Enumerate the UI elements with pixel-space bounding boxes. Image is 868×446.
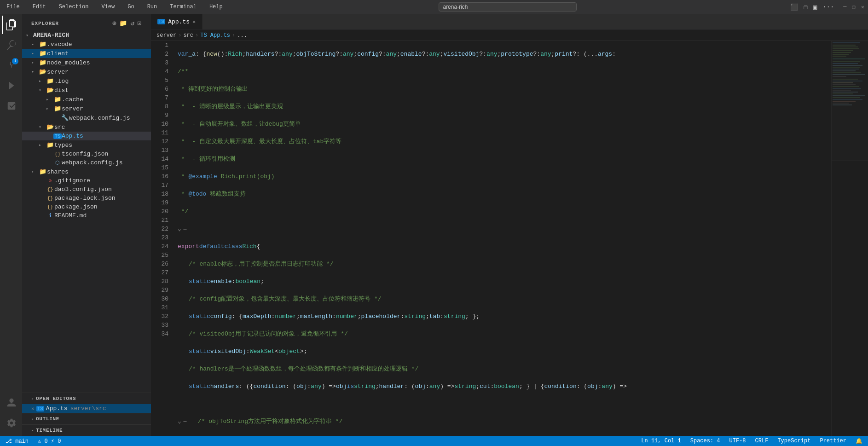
activity-run[interactable] [2, 76, 20, 95]
status-ln-col[interactable]: Ln 11, Col 1 [639, 438, 683, 445]
status-formatter[interactable]: Prettier [818, 438, 848, 445]
package-label: package.json [54, 203, 98, 210]
tab-app-ts-label: App.ts [168, 18, 190, 25]
activity-search[interactable] [2, 36, 20, 54]
menu-run[interactable]: Run [145, 3, 160, 11]
new-file-icon[interactable]: ⊕ [112, 19, 116, 27]
timeline-arrow: ▸ [31, 428, 34, 433]
tree-item-client[interactable]: ▸ 📁 client [22, 49, 151, 58]
src-label: src [54, 124, 65, 131]
menu-help[interactable]: Help [207, 3, 226, 11]
tab-bar: TS App.ts ✕ [151, 14, 868, 30]
tree-item-readme[interactable]: ▸ ℹ README.md [22, 211, 151, 220]
menu-file[interactable]: File [4, 3, 23, 11]
types-label: types [54, 142, 72, 149]
menu-view[interactable]: View [98, 3, 117, 11]
open-editor-app-ts[interactable]: ✕ TS App.ts server\src [22, 404, 151, 413]
tree-item-package-lock[interactable]: ▸ {} package-lock.json [22, 194, 151, 203]
app-ts-label: App.ts [62, 133, 83, 139]
timeline-header[interactable]: ▸ TIMELINE [22, 425, 151, 436]
remote-icon[interactable]: ⬛ [790, 3, 798, 11]
refresh-icon[interactable]: ↺ [130, 19, 134, 27]
activity-explorer[interactable] [2, 16, 20, 34]
open-editors-arrow: ▸ [31, 396, 34, 401]
tree-item-log[interactable]: ▸ 📁 .log [22, 76, 151, 86]
sidebar-header-icons[interactable]: ⊕ 📁 ↺ ⊡ [112, 19, 142, 27]
tree-item-shares[interactable]: ▸ 📁 shares [22, 167, 151, 176]
breadcrumb-src[interactable]: src [183, 32, 193, 39]
tab-app-ts[interactable]: TS App.ts ✕ [151, 14, 203, 29]
status-spaces[interactable]: Spaces: 4 [689, 438, 722, 445]
app-ts-icon: TS [53, 133, 62, 139]
tree-item-types[interactable]: ▸ 📁 types [22, 140, 151, 150]
search-input[interactable] [439, 2, 577, 12]
tree-item-app-ts[interactable]: ▸ TS App.ts [22, 132, 151, 140]
breadcrumb-app-ts[interactable]: TS App.ts [200, 32, 230, 39]
tree-item-cache[interactable]: ▸ 📁 .cache [22, 95, 151, 104]
tree-item-node-modules[interactable]: ▸ 📁 node_modules [22, 58, 151, 67]
outline-header[interactable]: ▸ OUTLINE [22, 413, 151, 424]
status-language[interactable]: TypeScript [775, 438, 812, 445]
editor-area: TS App.ts ✕ server › src › TS App.ts › .… [151, 14, 868, 436]
layout-icon[interactable]: ❐ [804, 3, 807, 11]
tree-item-server[interactable]: ▾ 📂 server [22, 67, 151, 76]
menu-edit[interactable]: Edit [30, 3, 49, 11]
open-editors-header[interactable]: ▸ OPEN EDITORS [22, 393, 151, 404]
menu-go[interactable]: Go [125, 3, 137, 11]
breadcrumb-server[interactable]: server [156, 32, 176, 39]
status-right: Ln 11, Col 1 Spaces: 4 UTF-8 CRLF TypeSc… [639, 438, 864, 445]
status-notification[interactable]: 🔔 [854, 438, 864, 445]
tree-item-package[interactable]: ▸ {} package.json [22, 203, 151, 211]
tab-close-app-ts[interactable]: ✕ [192, 18, 196, 25]
server2-icon: 📁 [53, 105, 62, 112]
tree-item-dist[interactable]: ▾ 📂 dist [22, 86, 151, 95]
status-encoding[interactable]: UTF-8 [728, 438, 748, 445]
tsconfig-icon: {} [53, 151, 62, 157]
open-editor-ts-badge: TS [36, 406, 44, 411]
outline-title: OUTLINE [36, 416, 59, 422]
open-editor-app-ts-label: App.ts [46, 405, 68, 412]
menu-selection[interactable]: Selection [56, 3, 92, 11]
code-editor[interactable]: 12345 678910 1112131415 1617181920 21222… [151, 41, 868, 436]
file-tree: ▾ ARENA-RICH ▸ 📁 .vscode ▸ 📁 client ▸ [22, 31, 151, 393]
webpack-dist-icon: 🔧 [61, 114, 69, 122]
cache-label: .cache [62, 96, 83, 103]
status-bar: ⎇ main ⚠ 0 ⚡ 0 Ln 11, Col 1 Spaces: 4 UT… [0, 436, 868, 446]
tree-item-server2[interactable]: ▸ 📁 server [22, 104, 151, 113]
node-modules-icon: 📁 [39, 59, 47, 66]
collapse-all-icon[interactable]: ⊡ [138, 19, 142, 27]
tree-item-dao3[interactable]: ▸ {} dao3.config.json [22, 185, 151, 194]
title-bar: File Edit Selection View Go Run Terminal… [0, 0, 868, 14]
tsconfig-label: tsconfig.json [62, 151, 108, 157]
tree-item-tsconfig[interactable]: ▸ {} tsconfig.json [22, 150, 151, 158]
minimap[interactable] [831, 41, 868, 436]
status-branch[interactable]: ⎇ main [4, 438, 30, 445]
activity-bar: ⑂ 1 [0, 14, 22, 436]
activity-extensions[interactable] [2, 97, 20, 115]
panels-icon[interactable]: ▣ [813, 3, 817, 11]
tree-item-webpack-dist[interactable]: ▸ 🔧 webpack.config.js [22, 113, 151, 122]
status-errors[interactable]: ⚠ 0 ⚡ 0 [36, 438, 63, 445]
more-icon[interactable]: ··· [822, 3, 834, 11]
readme-label: README.md [54, 212, 87, 219]
tree-item-webpack-server[interactable]: ▸ ⬡ webpack.config.js [22, 158, 151, 167]
types-icon: 📁 [46, 141, 54, 149]
tree-item-vscode[interactable]: ▸ 📁 .vscode [22, 40, 151, 49]
activity-settings[interactable] [2, 414, 20, 432]
tree-root[interactable]: ▾ ARENA-RICH [22, 31, 151, 40]
tree-item-src[interactable]: ▾ 📂 src [22, 122, 151, 132]
code-content[interactable]: var _a: { new(): Rich; handlers?: any; o… [174, 41, 831, 436]
new-folder-icon[interactable]: 📁 [119, 19, 127, 27]
root-arrow: ▾ [26, 33, 33, 38]
status-eol[interactable]: CRLF [753, 438, 770, 445]
log-arrow: ▸ [39, 78, 46, 84]
menu-terminal[interactable]: Terminal [167, 3, 199, 11]
activity-accounts[interactable] [2, 394, 20, 412]
breadcrumb-more[interactable]: ... [237, 32, 247, 39]
menu-bar[interactable]: File Edit Selection View Go Run Terminal… [4, 3, 226, 11]
tree-item-gitignore[interactable]: ▸ ⊙ .gitignore [22, 176, 151, 185]
shares-arrow: ▸ [31, 169, 39, 174]
activity-source-control[interactable]: ⑂ 1 [2, 56, 20, 75]
close-app-ts-icon[interactable]: ✕ [31, 405, 35, 411]
node-modules-arrow: ▸ [31, 60, 39, 65]
